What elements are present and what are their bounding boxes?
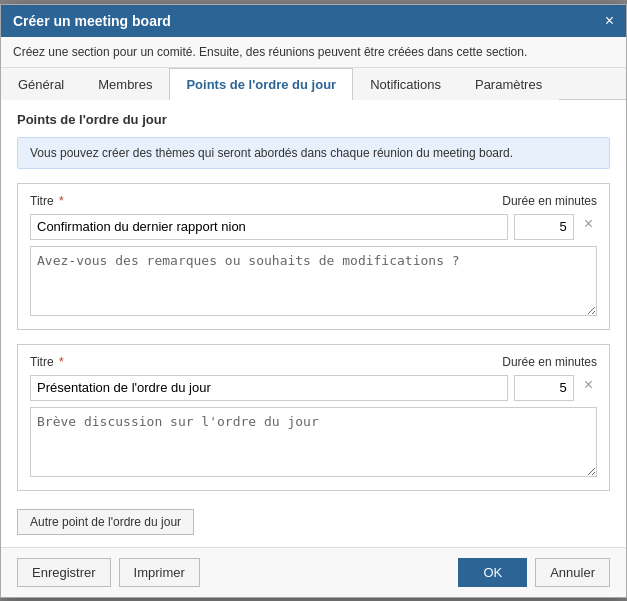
remove-button-2[interactable]: ×	[580, 377, 597, 393]
duration-label-2: Durée en minutes	[502, 355, 597, 369]
item-header-2: Titre * Durée en minutes	[30, 355, 597, 369]
dialog-container: Créer un meeting board × Créez une secti…	[0, 4, 627, 598]
item-header-1: Titre * Durée en minutes	[30, 194, 597, 208]
tab-parametres[interactable]: Paramètres	[458, 68, 559, 100]
dialog-title: Créer un meeting board	[13, 13, 171, 29]
item-inputs-2: ×	[30, 375, 597, 401]
title-label-1: Titre *	[30, 194, 64, 208]
title-label-2: Titre *	[30, 355, 64, 369]
dialog-subtitle: Créez une section pour un comité. Ensuit…	[1, 37, 626, 68]
duration-input-2[interactable]	[514, 375, 574, 401]
ok-button[interactable]: OK	[458, 558, 527, 587]
dialog-body: Points de l'ordre du jour Vous pouvez cr…	[1, 100, 626, 547]
item-inputs-1: ×	[30, 214, 597, 240]
footer-left: Enregistrer Imprimer	[17, 558, 200, 587]
close-button[interactable]: ×	[605, 13, 614, 29]
tab-notifications[interactable]: Notifications	[353, 68, 458, 100]
save-button[interactable]: Enregistrer	[17, 558, 111, 587]
cancel-button[interactable]: Annuler	[535, 558, 610, 587]
tab-general[interactable]: Général	[1, 68, 81, 100]
info-box: Vous pouvez créer des thèmes qui seront …	[17, 137, 610, 169]
print-button[interactable]: Imprimer	[119, 558, 200, 587]
dialog-footer: Enregistrer Imprimer OK Annuler	[1, 547, 626, 597]
tabs-container: Général Membres Points de l'ordre du jou…	[1, 68, 626, 100]
footer-right: OK Annuler	[458, 558, 610, 587]
title-input-2[interactable]	[30, 375, 508, 401]
section-title: Points de l'ordre du jour	[17, 112, 610, 127]
item-card-2: Titre * Durée en minutes × Brève discuss…	[17, 344, 610, 491]
dialog-header: Créer un meeting board ×	[1, 5, 626, 37]
duration-label-1: Durée en minutes	[502, 194, 597, 208]
description-textarea-1[interactable]: Avez-vous des <span class="hl-red">remar…	[30, 246, 597, 316]
description-textarea-2[interactable]: Brève discussion sur l'ordre du jour	[30, 407, 597, 477]
remove-button-1[interactable]: ×	[580, 216, 597, 232]
tab-points[interactable]: Points de l'ordre du jour	[169, 68, 353, 100]
duration-input-1[interactable]	[514, 214, 574, 240]
item-card-1: Titre * Durée en minutes × Avez-vous des…	[17, 183, 610, 330]
add-item-button[interactable]: Autre point de l'ordre du jour	[17, 509, 194, 535]
title-input-1[interactable]	[30, 214, 508, 240]
tab-membres[interactable]: Membres	[81, 68, 169, 100]
